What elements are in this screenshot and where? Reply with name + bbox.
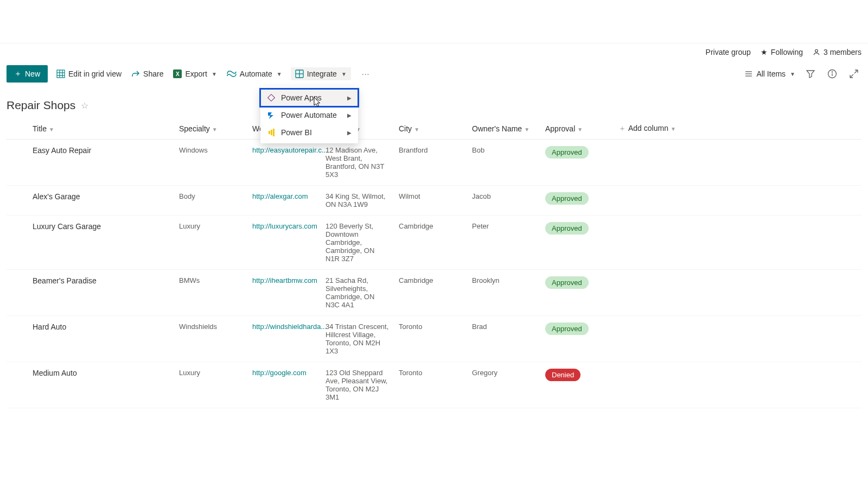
cell-owner: Brooklyn [468, 270, 541, 316]
table-row[interactable]: Easy Auto Repair Windows http://easyauto… [7, 140, 861, 186]
dropdown-item-label: Power Automate [281, 111, 337, 119]
list-icon [744, 69, 753, 78]
chevron-right-icon: ▶ [347, 95, 352, 101]
cell-specialty: Windows [175, 140, 248, 186]
table-row[interactable]: Medium Auto Luxury http://google.com 123… [7, 362, 861, 408]
members-count[interactable]: 3 members [813, 48, 861, 56]
integrate-icon [295, 69, 304, 78]
cell-approval: Approved [541, 270, 614, 316]
website-link[interactable]: http://windshieldharda... [252, 322, 327, 331]
cell-city: Toronto [394, 316, 468, 362]
column-header-specialty[interactable]: Specialty▼ [175, 118, 248, 140]
cell-website: http://luxurycars.com [248, 216, 321, 270]
list-header: Repair Shops ☆ [0, 87, 868, 118]
following-status[interactable]: ★ Following [761, 48, 803, 56]
share-label: Share [143, 69, 163, 78]
star-solid-icon: ★ [761, 48, 768, 56]
cell-title: Alex's Garage [28, 186, 175, 216]
cell-owner: Peter [468, 216, 541, 270]
favorite-button[interactable]: ☆ [81, 100, 88, 111]
cell-approval: Denied [541, 362, 614, 408]
cell-title: Luxury Cars Garage [28, 216, 175, 270]
dropdown-item-powerapps[interactable]: Power Apps ▶ [260, 89, 358, 106]
grid-icon [56, 69, 65, 78]
share-button[interactable]: Share [130, 67, 164, 80]
chevron-down-icon: ▼ [341, 71, 347, 77]
cell-title: Hard Auto [28, 316, 175, 362]
integrate-label: Integrate [307, 69, 337, 78]
cell-address: 120 Beverly St, Downtown Cambridge, Camb… [321, 216, 394, 270]
new-label: New [25, 69, 40, 78]
column-header-title[interactable]: Title▼ [28, 118, 175, 140]
column-header-owner[interactable]: Owner's Name▼ [468, 118, 541, 140]
powerautomate-icon [267, 111, 276, 119]
approval-badge: Approved [545, 222, 589, 235]
group-type: Private group [706, 48, 751, 56]
automate-button[interactable]: Automate ▼ [226, 67, 283, 80]
column-header-approval[interactable]: Approval▼ [541, 118, 614, 140]
powerapps-icon [267, 93, 276, 102]
cell-city: Cambridge [394, 216, 468, 270]
approval-badge: Approved [545, 192, 589, 205]
more-button[interactable]: ··· [359, 67, 373, 80]
integrate-dropdown: Power Apps ▶ Power Automate ▶ Power BI ▶ [260, 87, 358, 143]
add-column-button[interactable]: ＋Add column▼ [614, 118, 690, 140]
website-link[interactable]: http://alexgar.com [252, 192, 308, 200]
cell-website: http://google.com [248, 362, 321, 408]
cell-address: 34 Tristan Crescent, Hillcrest Village, … [321, 316, 394, 362]
table-row[interactable]: Hard Auto Windshields http://windshieldh… [7, 316, 861, 362]
export-button[interactable]: X Export ▼ [172, 67, 218, 80]
cell-address: 21 Sacha Rd, Silverheights, Cambridge, O… [321, 270, 394, 316]
cell-owner: Gregory [468, 362, 541, 408]
dropdown-item-powerbi[interactable]: Power BI ▶ [260, 124, 358, 141]
website-link[interactable]: http://luxurycars.com [252, 222, 317, 230]
cell-approval: Approved [541, 316, 614, 362]
cell-website: http://iheartbmw.com [248, 270, 321, 316]
website-link[interactable]: http://google.com [252, 369, 307, 377]
table-row[interactable]: Luxury Cars Garage Luxury http://luxuryc… [7, 216, 861, 270]
website-link[interactable]: http://iheartbmw.com [252, 276, 317, 284]
cell-title: Medium Auto [28, 362, 175, 408]
excel-icon: X [173, 69, 182, 78]
cell-approval: Approved [541, 140, 614, 186]
edit-grid-button[interactable]: Edit in grid view [55, 67, 123, 80]
dropdown-item-label: Power Apps [281, 93, 322, 102]
table-row[interactable]: Beamer's Paradise BMWs http://iheartbmw.… [7, 270, 861, 316]
cell-website: http://alexgar.com [248, 186, 321, 216]
approval-badge: Approved [545, 322, 589, 335]
cell-owner: Brad [468, 316, 541, 362]
person-icon [813, 48, 820, 56]
edit-grid-label: Edit in grid view [68, 69, 122, 78]
automate-icon [227, 69, 237, 78]
cell-website: http://easyautorepair.c... [248, 140, 321, 186]
cell-owner: Jacob [468, 186, 541, 216]
cell-specialty: Windshields [175, 316, 248, 362]
website-link[interactable]: http://easyautorepair.c... [252, 146, 328, 154]
cell-approval: Approved [541, 186, 614, 216]
info-button[interactable] [825, 66, 840, 81]
column-header-row: Title▼ Specialty▼ Website▼ Address▼ City… [7, 118, 861, 140]
new-button[interactable]: ＋ New [7, 65, 48, 83]
chevron-down-icon: ▼ [414, 127, 419, 132]
column-header-city[interactable]: City▼ [394, 118, 468, 140]
automate-label: Automate [240, 69, 272, 78]
cell-specialty: BMWs [175, 270, 248, 316]
chevron-down-icon: ▼ [671, 126, 676, 132]
approval-badge: Denied [545, 369, 580, 381]
svg-rect-1 [57, 70, 65, 78]
chevron-down-icon: ▼ [212, 71, 217, 77]
cell-address: 34 King St, Wilmot, ON N3A 1W9 [321, 186, 394, 216]
cell-title: Easy Auto Repair [28, 140, 175, 186]
expand-button[interactable] [846, 66, 861, 81]
approval-badge: Approved [545, 276, 589, 289]
cell-city: Wilmot [394, 186, 468, 216]
dropdown-item-powerautomate[interactable]: Power Automate ▶ [260, 106, 358, 124]
svg-point-0 [815, 49, 818, 52]
chevron-down-icon: ▼ [49, 127, 54, 132]
table-row[interactable]: Alex's Garage Body http://alexgar.com 34… [7, 186, 861, 216]
integrate-button[interactable]: Integrate ▼ [291, 67, 351, 80]
cell-address: 12 Madison Ave, West Brant, Brantford, O… [321, 140, 394, 186]
filter-button[interactable] [803, 66, 818, 81]
view-picker[interactable]: All Items ▼ [743, 67, 796, 80]
chevron-down-icon: ▼ [790, 71, 795, 77]
